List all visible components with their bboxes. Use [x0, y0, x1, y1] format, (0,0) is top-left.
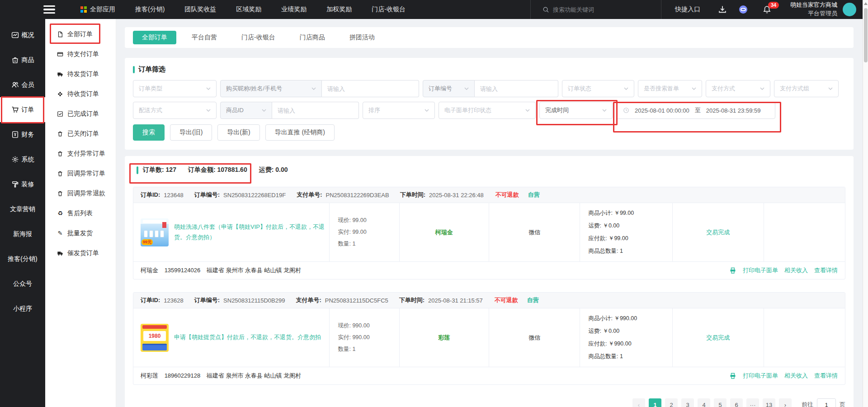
buyer-cell[interactable]: 彩莲: [400, 308, 489, 367]
product-title[interactable]: 萌娃洗涤八件套（申请【萌娃VIP】付款后，不退款，不退货。介意勿拍）: [174, 222, 325, 242]
order-sn-label: 订单编号:: [194, 191, 220, 199]
buyer-input[interactable]: [322, 80, 419, 97]
order-no-field-select[interactable]: 订单编号: [423, 80, 475, 97]
pay-method-group-select[interactable]: 支付方式组: [774, 80, 839, 97]
sidebar-item-official-account[interactable]: 公众号: [0, 271, 45, 296]
page-ellipsis[interactable]: ···: [746, 398, 759, 407]
page-button-4[interactable]: 4: [698, 398, 710, 407]
tab-store-goods[interactable]: 门店商品: [291, 31, 334, 44]
topmenu-item-performance-reward[interactable]: 业绩奖励: [281, 5, 307, 14]
printer-icon[interactable]: [729, 267, 736, 274]
sort-select[interactable]: 排序: [363, 102, 435, 119]
page-button-3[interactable]: 3: [681, 398, 694, 407]
prev-page-button[interactable]: ‹: [632, 398, 645, 407]
page-button-6[interactable]: 6: [730, 398, 743, 407]
goods-id-field-select[interactable]: 商品ID: [220, 102, 272, 119]
avatar[interactable]: [843, 3, 856, 16]
sidebar-item-goods[interactable]: 商品: [0, 47, 45, 72]
related-income-link[interactable]: 相关收入: [784, 266, 808, 274]
page-scrollbar[interactable]: [863, 0, 868, 407]
tab-all-orders[interactable]: 全部订单: [133, 31, 176, 44]
topmenu-item-promoter[interactable]: 推客(分销): [135, 5, 165, 14]
submenu-label: 全部订单: [67, 30, 93, 38]
sidebar-item-promoter[interactable]: 推客(分销): [0, 246, 45, 271]
submenu-item-callback-exception-orders[interactable]: 回调异常订单: [45, 164, 116, 184]
delivery-select[interactable]: 配送方式: [133, 102, 217, 119]
page-button-13[interactable]: 13: [763, 398, 775, 407]
submenu-item-callback-exception-refunds[interactable]: 回调异常退款: [45, 184, 116, 204]
download-icon[interactable]: [718, 5, 727, 14]
page-button-2[interactable]: 2: [665, 398, 678, 407]
page-button-1[interactable]: 1: [649, 398, 661, 407]
search-button[interactable]: 搜索: [133, 124, 165, 141]
menu-toggle-icon[interactable]: [43, 4, 59, 15]
submenu-item-to-ship-orders[interactable]: 待发货订单: [45, 64, 116, 84]
page-button-5[interactable]: 5: [714, 398, 726, 407]
pay-method-select[interactable]: 支付方式: [706, 80, 770, 97]
scrollbar-thumb[interactable]: [864, 8, 868, 62]
submenu-item-aftersale-list[interactable]: ♻ 售后列表: [45, 204, 116, 223]
sidebar-item-finance[interactable]: 财务: [0, 122, 45, 147]
quick-entry-button[interactable]: 快捷入口: [675, 5, 700, 14]
notifications-button[interactable]: 34: [763, 5, 771, 14]
recipient-region: 福建省 泉州市 永春县 岵山镇 龙阁村: [207, 372, 301, 379]
all-apps-button[interactable]: 全部应用: [80, 5, 115, 14]
submenu-item-closed-orders[interactable]: 已关闭订单: [45, 124, 116, 144]
buyer-cell[interactable]: 柯瑞金: [400, 203, 489, 261]
first-order-select[interactable]: 是否搜索首单: [638, 80, 702, 97]
sidebar-item-decorate[interactable]: 装修: [0, 172, 45, 197]
submenu-item-batch-ship[interactable]: ✎ 批量发货: [45, 223, 116, 243]
print-eorder-link[interactable]: 打印电子面单: [743, 372, 778, 380]
submenu-item-to-receive-orders[interactable]: 待收货订单: [45, 84, 116, 104]
order-sn-value: SN25083122268ED19F: [223, 192, 286, 199]
tab-store-cashier[interactable]: 门店-收银台: [232, 31, 284, 44]
next-page-button[interactable]: ›: [779, 398, 792, 407]
search-input[interactable]: [553, 6, 643, 13]
scroll-up-arrow[interactable]: [864, 2, 868, 5]
related-income-link[interactable]: 相关收入: [784, 372, 808, 380]
topmenu-item-team-income[interactable]: 团队奖收益: [184, 5, 216, 14]
sidebar-item-members[interactable]: 会员: [0, 72, 45, 97]
print-eorder-link[interactable]: 打印电子面单: [743, 266, 778, 274]
sidebar-item-article-marketing[interactable]: 文章营销: [0, 197, 45, 222]
product-image[interactable]: 99元: [141, 218, 169, 246]
finish-time-select[interactable]: 完成时间: [539, 102, 613, 119]
goto-label: 前往: [802, 401, 813, 407]
topmenu-item-region-reward[interactable]: 区域奖励: [236, 5, 261, 14]
topmenu-item-store-cashier[interactable]: 门店-收银台: [372, 5, 406, 14]
export-old-button[interactable]: 导出(旧): [170, 124, 212, 141]
buyer-field-select[interactable]: 购买昵称/姓名/手机号: [220, 80, 322, 97]
goods-id-input[interactable]: [272, 102, 359, 119]
submenu-item-urge-ship-orders[interactable]: 催发货订单: [45, 243, 116, 263]
submenu-item-pay-exception-orders[interactable]: 支付异常订单: [45, 144, 116, 164]
topmenu-item-weighted-reward[interactable]: 加权奖励: [326, 5, 352, 14]
view-detail-link[interactable]: 查看详情: [814, 266, 838, 274]
tab-group-activity[interactable]: 拼团活动: [340, 31, 384, 44]
function-search[interactable]: [530, 0, 661, 19]
sidebar-item-new-poster[interactable]: 新海报: [0, 222, 45, 246]
sidebar-item-orders[interactable]: 订单: [0, 97, 45, 122]
order-no-input[interactable]: [475, 80, 558, 97]
product-title[interactable]: 申请【萌娃提货点】付款后，不退款，不退货。介意勿拍: [174, 332, 321, 342]
goto-page-input[interactable]: [817, 398, 836, 407]
date-range-picker[interactable]: 2025-08-01 00:00:00 至 2025-08-31 23:59:5…: [616, 102, 775, 119]
order-header: 订单ID:123628 订单编号:SN2508312115D0B299 支付单号…: [133, 293, 845, 308]
export-new-button[interactable]: 导出(新): [217, 124, 259, 141]
submenu-item-completed-orders[interactable]: 已完成订单: [45, 104, 116, 124]
export-direct-button[interactable]: 导出直推 (经销商): [265, 124, 335, 141]
view-detail-link[interactable]: 查看详情: [814, 372, 838, 380]
submenu-item-unpaid-orders[interactable]: 待支付订单: [45, 44, 116, 64]
order-status-select[interactable]: 订单状态: [562, 80, 634, 97]
sidebar-item-mini-program[interactable]: 小程序: [0, 296, 45, 321]
submenu-label: 待发货订单: [67, 70, 99, 78]
order-type-select[interactable]: 订单类型: [133, 80, 217, 97]
order-payno-value: PN2508312115DC5FC5: [325, 297, 388, 304]
sidebar-item-system[interactable]: 系统: [0, 147, 45, 172]
product-image[interactable]: 1980: [141, 324, 169, 352]
submenu-item-all-orders[interactable]: 全部订单: [45, 24, 116, 44]
eorder-print-status-select[interactable]: 电子面单打印状态: [439, 102, 536, 119]
tab-platform-self[interactable]: 平台自营: [183, 31, 226, 44]
sidebar-item-overview[interactable]: 概况: [0, 23, 45, 47]
printer-icon[interactable]: [729, 372, 736, 379]
assistant-robot-icon[interactable]: [739, 5, 748, 14]
